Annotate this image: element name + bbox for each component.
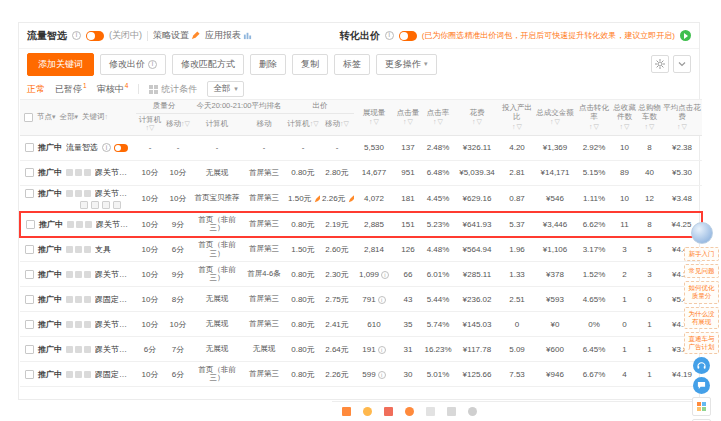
row-checkbox[interactable] <box>25 245 34 254</box>
keyword-text[interactable]: 踝固定支架 <box>95 369 134 380</box>
info-icon[interactable] <box>385 31 394 40</box>
sort-filter-icons[interactable]: ↑▽ <box>355 118 393 126</box>
col-header-clicks[interactable]: 点击量↑▽ <box>394 100 422 136</box>
bid-mobile-cell[interactable]: 2.75元 <box>320 287 354 312</box>
bid-mobile-cell[interactable]: 2.64元 <box>320 337 354 362</box>
keyword-text[interactable]: 踝关节固定支具 <box>96 219 134 230</box>
assistant-avatar[interactable] <box>691 222 713 244</box>
grid-icon[interactable] <box>426 407 435 416</box>
col-header-ctr[interactable]: 点击率↑▽ <box>422 100 454 136</box>
collapse-button[interactable] <box>673 55 691 73</box>
col-header-gmv[interactable]: 总成交金额↑▽ <box>534 100 576 136</box>
bid-pc-cell[interactable]: 0.80元 <box>286 312 320 337</box>
help-chip[interactable]: 新手入门 <box>684 247 719 261</box>
keyword-sort[interactable]: 关键词↑ <box>82 113 108 122</box>
col-header-impressions[interactable]: 展现量↑▽ <box>354 100 394 136</box>
info-icon[interactable] <box>72 31 81 40</box>
help-chip[interactable]: 直通车与广告计划 <box>684 332 719 354</box>
home-icon[interactable] <box>342 407 351 416</box>
doc-icon[interactable] <box>447 407 456 416</box>
keyword-action-icons[interactable] <box>67 221 92 228</box>
row-checkbox[interactable] <box>25 168 34 177</box>
bid-pc-cell[interactable]: - <box>286 135 320 160</box>
bid-pc-cell[interactable]: 0.80元 <box>286 337 320 362</box>
bid-mobile-cell[interactable]: 2.60元 <box>320 237 354 262</box>
star-icon[interactable] <box>363 407 372 416</box>
bid-pc-cell[interactable]: 0.80元 <box>286 212 320 237</box>
keyword-action-icons[interactable] <box>66 246 91 253</box>
subcol-qs-pc[interactable]: 计算机↑▽ <box>136 113 164 135</box>
bid-pc-cell[interactable]: 1.50元 <box>286 185 320 212</box>
more-actions-button[interactable]: 更多操作▾ <box>376 54 437 75</box>
col-header-carts[interactable]: 总购物车数↑▽ <box>637 100 662 136</box>
modify-bid-button[interactable]: 修改出价 <box>100 54 166 75</box>
conversion-bid-toggle[interactable] <box>399 31 417 41</box>
sort-filter-icons[interactable]: ↑▽ <box>501 123 533 131</box>
sort-filter-icons[interactable]: ↑▽ <box>613 123 636 131</box>
bid-mobile-cell[interactable]: 2.30元 <box>320 262 354 287</box>
keyword-tag-icons[interactable] <box>22 199 134 209</box>
bid-pc-cell[interactable]: 0.80元 <box>286 287 320 312</box>
delete-button[interactable]: 删除 <box>250 54 286 75</box>
bid-mobile-cell[interactable]: - <box>320 135 354 160</box>
subcol-bid-mobile[interactable]: 移动↑▽ <box>320 113 354 135</box>
add-keyword-button[interactable]: 添加关键词 <box>27 53 94 76</box>
keyword-action-icons[interactable] <box>66 169 91 176</box>
bid-mobile-cell[interactable]: 2.41元 <box>320 312 354 337</box>
low-impression-icon[interactable] <box>381 271 389 279</box>
apps-grid-icon[interactable] <box>692 397 711 416</box>
headset-icon[interactable] <box>693 357 710 374</box>
keyword-action-icons[interactable] <box>66 371 91 378</box>
low-impression-icon[interactable] <box>378 371 386 379</box>
bid-pc-cell[interactable]: 0.80元 <box>286 160 320 185</box>
bid-mobile-cell[interactable]: 2.26元 <box>320 362 354 387</box>
info-icon[interactable] <box>102 143 111 152</box>
row-checkbox[interactable] <box>25 143 34 152</box>
sort-filter-icons[interactable]: ↑▽ <box>423 118 453 126</box>
bid-pc-cell[interactable]: 0.80元 <box>286 362 320 387</box>
keyword-action-icons[interactable] <box>66 346 91 353</box>
keyword-text[interactable]: 踝关节固定器 <box>95 167 134 178</box>
subcol-qs-mobile[interactable]: 移动↑▽ <box>164 113 192 135</box>
row-checkbox[interactable] <box>26 220 35 229</box>
col-header-cost[interactable]: 花费↑▽ <box>454 100 500 136</box>
col-header-cvr[interactable]: 点击转化率↑▽ <box>576 100 612 136</box>
keyword-action-icons[interactable] <box>66 296 91 303</box>
sort-filter-icons[interactable]: ↑▽ <box>455 118 499 126</box>
keyword-action-icons[interactable] <box>66 271 91 278</box>
tab-in-review[interactable]: 审核中4 <box>97 82 129 96</box>
column-settings-button[interactable] <box>651 55 669 73</box>
enable-now-icon[interactable] <box>680 30 691 41</box>
bid-mobile-cell[interactable]: 2.19元 <box>320 212 354 237</box>
bid-pc-cell[interactable]: 0.80元 <box>286 262 320 287</box>
row-checkbox[interactable] <box>25 295 34 304</box>
modify-match-mode-button[interactable]: 修改匹配方式 <box>172 54 244 75</box>
row-checkbox[interactable] <box>25 189 34 198</box>
sort-filter-icons[interactable]: ↑▽ <box>638 123 661 131</box>
keyword-text[interactable]: 支具 <box>95 244 111 255</box>
cart-icon[interactable] <box>405 407 414 416</box>
smart-traffic-toggle[interactable] <box>86 31 104 41</box>
sort-filter-icons[interactable]: ↑▽ <box>395 118 421 126</box>
keyword-text[interactable]: 踝关节护具 <box>95 269 134 280</box>
edit-bid-icon[interactable] <box>348 195 354 203</box>
col-header-favorites[interactable]: 总收藏件数↑▽ <box>612 100 637 136</box>
row-checkbox[interactable] <box>25 370 34 379</box>
tab-normal[interactable]: 正常 <box>27 83 45 96</box>
keyword-text[interactable]: 踝关节固定 <box>95 319 134 330</box>
sort-filter-icons[interactable]: ↑▽ <box>663 123 701 131</box>
chat-icon[interactable] <box>693 377 710 394</box>
tag-button[interactable]: 标签 <box>334 54 370 75</box>
tab-paused[interactable]: 已暂停1 <box>55 82 87 96</box>
help-chip[interactable]: 为什么没有展现 <box>684 307 719 329</box>
strategy-settings-link[interactable]: 策略设置 <box>153 29 200 42</box>
bid-mobile-cell[interactable]: 2.80元 <box>320 160 354 185</box>
copy-button[interactable]: 复制 <box>292 54 328 75</box>
scope-select[interactable]: 全部▾ <box>207 81 244 97</box>
keyword-action-icons[interactable] <box>66 190 91 197</box>
chart-icon[interactable] <box>384 407 393 416</box>
sort-filter-icons[interactable]: ↑▽ <box>535 118 575 126</box>
help-chip[interactable]: 常见问题 <box>684 264 719 278</box>
bid-pc-cell[interactable]: 1.50元 <box>286 237 320 262</box>
keyword-text[interactable]: 踝关节扭伤支具 <box>95 344 134 355</box>
